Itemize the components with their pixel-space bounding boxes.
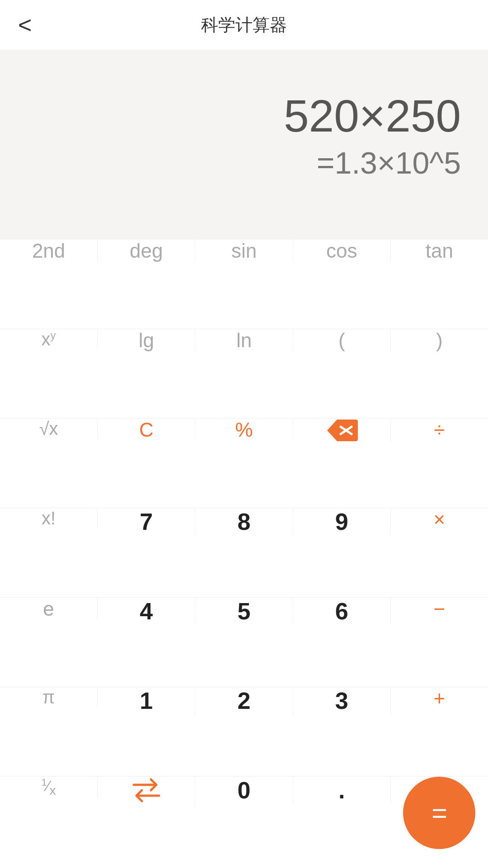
key-percent[interactable]: % [195,419,293,441]
key-9[interactable]: 9 [293,508,391,535]
key-6[interactable]: 6 [293,598,391,625]
key-minus[interactable]: − [391,598,488,620]
key-reciprocal[interactable]: 1⁄x [0,777,98,798]
key-pi[interactable]: π [0,687,98,708]
key-xy[interactable]: xy [0,329,98,349]
key-sqrt[interactable]: √x [0,419,98,439]
key-tan[interactable]: tan [391,240,488,262]
display-area: 520×250 =1.3×10^5 [0,50,488,240]
header: < 科学计算器 [0,0,488,50]
key-e[interactable]: e [0,598,98,620]
key-row-4: e456− [0,598,488,687]
key-2nd[interactable]: 2nd [0,240,98,262]
key-5[interactable]: 5 [195,598,293,625]
key-row-6: 1⁄x 0.= [0,777,488,866]
key-3[interactable]: 3 [293,687,391,714]
key-8[interactable]: 8 [195,508,293,535]
key-dot[interactable]: . [293,777,391,804]
key-row-0: 2nddegsincostan [0,240,488,329]
equals-button[interactable]: = [403,777,475,849]
key-rparen[interactable]: ) [391,329,488,352]
key-lg[interactable]: lg [98,329,195,352]
key-row-5: π123+ [0,687,488,777]
key-0[interactable]: 0 [195,777,293,804]
key-backspace[interactable] [293,419,391,442]
key-deg[interactable]: deg [98,240,195,262]
page-title: 科学计算器 [201,14,287,37]
key-sin[interactable]: sin [195,240,293,262]
key-equals[interactable]: = [391,777,488,849]
key-row-1: xylgln() [0,329,488,419]
key-clear[interactable]: C [98,419,195,441]
key-lparen[interactable]: ( [293,329,391,352]
key-1[interactable]: 1 [98,687,195,714]
key-swap[interactable] [98,777,195,808]
keypad: 2nddegsincostanxylgln()√xC% ÷x!789×e456−… [0,240,488,866]
expression-display: 520×250 [284,91,461,141]
key-4[interactable]: 4 [98,598,195,625]
key-2[interactable]: 2 [195,687,293,714]
key-multiply[interactable]: × [391,508,488,531]
key-plus[interactable]: + [391,687,488,710]
key-row-2: √xC% ÷ [0,419,488,508]
key-ln[interactable]: ln [195,329,293,352]
key-factorial[interactable]: x! [0,508,98,528]
key-row-3: x!789× [0,508,488,598]
result-display: =1.3×10^5 [317,145,461,180]
back-button[interactable]: < [18,13,32,37]
key-divide[interactable]: ÷ [391,419,488,441]
key-7[interactable]: 7 [98,508,195,535]
key-cos[interactable]: cos [293,240,391,262]
